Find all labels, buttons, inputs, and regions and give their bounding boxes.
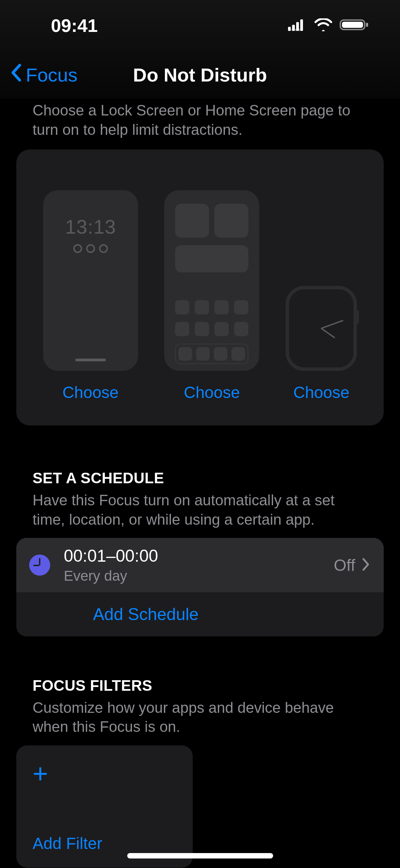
svg-rect-11 xyxy=(366,23,368,27)
choose-watch-face-link[interactable]: Choose xyxy=(293,383,349,402)
add-schedule-row[interactable]: Add Schedule xyxy=(16,592,384,636)
schedule-status: Off xyxy=(334,556,355,575)
add-filter-card[interactable]: + Add Filter xyxy=(16,745,193,868)
watch-face-column: Choose xyxy=(286,286,357,402)
svg-rect-10 xyxy=(342,22,363,28)
schedule-repeat: Every day xyxy=(64,568,334,584)
svg-rect-5 xyxy=(288,29,290,31)
customize-screens-card: 13:13 Choose Choose xyxy=(16,149,384,426)
lock-screen-column: 13:13 Choose xyxy=(43,190,138,402)
plus-icon: + xyxy=(33,760,176,787)
back-button[interactable]: Focus xyxy=(10,63,78,87)
status-bar: 09:41 xyxy=(0,0,400,51)
battery-icon xyxy=(340,18,369,33)
back-label: Focus xyxy=(26,64,78,86)
status-time: 09:41 xyxy=(51,15,98,36)
add-schedule-label: Add Schedule xyxy=(26,604,198,624)
wifi-icon xyxy=(315,18,332,33)
lock-screen-home-bar-icon xyxy=(75,359,106,361)
cellular-signal-icon xyxy=(288,19,307,32)
svg-rect-6 xyxy=(291,29,293,31)
status-icons xyxy=(288,18,369,33)
schedule-time-range: 00:01–00:00 xyxy=(64,546,334,566)
nav-bar: Focus Do Not Disturb xyxy=(0,51,400,98)
home-indicator[interactable] xyxy=(127,853,273,858)
schedule-subtext: Have this Focus turn on automatically at… xyxy=(0,491,400,529)
add-filter-label: Add Filter xyxy=(33,834,176,853)
home-dock-icon xyxy=(175,344,248,364)
watch-face-preview[interactable] xyxy=(286,286,357,371)
filters-subtext: Customize how your apps and device behav… xyxy=(0,698,400,737)
svg-rect-7 xyxy=(295,29,297,31)
filters-header: FOCUS FILTERS xyxy=(0,677,400,694)
svg-rect-3 xyxy=(300,19,303,31)
lock-screen-widgets-icon xyxy=(73,244,108,253)
page-title: Do Not Disturb xyxy=(133,64,267,86)
lock-screen-preview[interactable]: 13:13 xyxy=(43,190,138,371)
content-scroll[interactable]: Choose a Lock Screen or Home Screen page… xyxy=(0,98,400,868)
clock-icon xyxy=(29,555,50,576)
chevron-left-icon xyxy=(10,63,22,87)
schedule-item[interactable]: 00:01–00:00 Every day Off xyxy=(16,538,384,592)
customize-intro-text: Choose a Lock Screen or Home Screen page… xyxy=(0,101,400,139)
chevron-right-icon xyxy=(362,558,370,573)
lock-screen-time: 13:13 xyxy=(65,215,116,238)
home-screen-preview[interactable] xyxy=(164,190,259,371)
svg-rect-8 xyxy=(298,29,300,31)
home-screen-column: Choose xyxy=(164,190,259,402)
choose-home-screen-link[interactable]: Choose xyxy=(184,383,240,402)
choose-lock-screen-link[interactable]: Choose xyxy=(62,383,118,402)
schedule-header: SET A SCHEDULE xyxy=(0,470,400,487)
schedule-list: 00:01–00:00 Every day Off Add Schedule xyxy=(16,538,384,636)
